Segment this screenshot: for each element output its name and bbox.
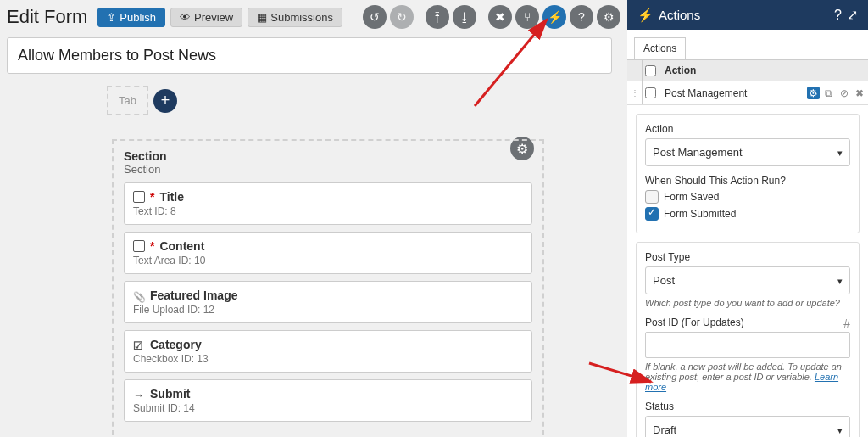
panel-help-icon[interactable]: ? — [834, 8, 842, 23]
field-submit[interactable]: Submit Submit ID: 14 — [124, 379, 532, 422]
gear-icon: ⚙ — [604, 10, 615, 24]
section-sub: Section — [124, 163, 532, 176]
wrench-icon: ✖ — [495, 10, 505, 24]
export-icon: ⭱ — [431, 10, 443, 24]
caret-icon — [837, 274, 843, 287]
when-submitted-row[interactable]: Form Submitted — [645, 207, 850, 221]
hash-icon: # — [843, 317, 850, 330]
misc-group: ✖ ⑂ ⚡ ? ⚙ — [488, 5, 620, 29]
select-all-checkbox[interactable] — [645, 65, 656, 76]
section-box: Section Section * Title Text ID: 8 * Con… — [112, 139, 544, 437]
actions-table-header: Action — [627, 59, 868, 81]
post-type-hint: Which post type do you want to add or up… — [645, 298, 850, 308]
action-row[interactable]: ⋮ Post Management ⚙ ⧉ ⊘ ✖ — [627, 81, 868, 105]
table-icon: ▦ — [257, 11, 267, 24]
textarea-icon — [133, 240, 145, 252]
checkbox-saved[interactable] — [645, 190, 659, 204]
checkbox-submitted[interactable] — [645, 207, 659, 221]
panel-body: Action Post Management When Should This … — [627, 105, 868, 437]
post-id-label: Post ID (For Updates) # — [645, 317, 850, 328]
help-icon: ? — [578, 10, 585, 24]
post-type-select[interactable]: Post — [645, 266, 850, 294]
history-group: ↺ ↻ — [363, 5, 414, 29]
preview-button[interactable]: 👁 Preview — [170, 8, 242, 27]
row-disable-icon[interactable]: ⊘ — [837, 87, 850, 99]
expand-icon[interactable]: ⤢ — [847, 7, 858, 23]
bolt-icon: ⚡ — [637, 8, 654, 23]
actions-panel: ⚡ Actions ? ⤢ Actions Action ⋮ Post Mana… — [627, 0, 868, 437]
caret-icon — [837, 423, 843, 436]
row-checkbox[interactable] — [645, 87, 656, 98]
when-run: When Should This Action Run? Form Saved … — [645, 175, 850, 221]
canvas: ⚙ Section Section * Title Text ID: 8 * C… — [12, 139, 620, 437]
action-label: Action — [645, 123, 850, 135]
submit-icon — [133, 388, 145, 400]
post-id-hint: If blank, a new post will be added. To u… — [645, 361, 850, 392]
drag-handle-icon[interactable]: ⋮ — [627, 81, 643, 104]
field-content[interactable]: * Content Text Area ID: 10 — [124, 232, 532, 274]
field-title[interactable]: * Title Text ID: 8 — [124, 182, 532, 225]
status-select[interactable]: Draft — [645, 416, 850, 437]
field-featured-image[interactable]: Featured Image File Upload ID: 12 — [124, 281, 532, 323]
help-button[interactable]: ? — [570, 5, 593, 29]
upload-icon: ⇪ — [107, 11, 116, 24]
page-title: Edit Form — [7, 6, 87, 28]
post-id-input[interactable] — [645, 332, 850, 358]
topbar: Edit Form ⇪ Publish 👁 Preview ▦ Submissi… — [7, 5, 620, 29]
logic-button[interactable]: ⑂ — [515, 5, 539, 29]
row-settings-icon[interactable]: ⚙ — [807, 87, 820, 99]
bolt-icon: ⚡ — [548, 10, 562, 24]
required-star: * — [150, 190, 154, 204]
undo-icon: ↺ — [370, 10, 380, 24]
required-star: * — [150, 239, 154, 253]
settings-button[interactable]: ⚙ — [597, 5, 620, 29]
tab-placeholder[interactable]: Tab — [107, 86, 148, 115]
row-delete-icon[interactable]: ✖ — [853, 87, 865, 99]
checkbox-icon — [133, 339, 145, 350]
post-config: Post Type Post Which post type do you wa… — [636, 242, 860, 437]
form-title-input[interactable] — [7, 37, 612, 74]
tab-actions[interactable]: Actions — [634, 37, 686, 59]
clip-icon — [133, 289, 145, 301]
publish-button[interactable]: ⇪ Publish — [97, 8, 165, 27]
panel-tabs: Actions — [627, 30, 868, 59]
export-button[interactable]: ⭱ — [426, 5, 449, 29]
redo-icon: ↻ — [397, 10, 407, 24]
tabs-row: Tab + — [107, 86, 620, 115]
text-icon — [133, 191, 145, 203]
submissions-button[interactable]: ▦ Submissions — [248, 8, 342, 27]
panel-header: ⚡ Actions ? ⤢ — [627, 0, 868, 30]
actions-button[interactable]: ⚡ — [542, 5, 566, 29]
branch-icon: ⑂ — [524, 10, 531, 24]
caret-icon — [837, 146, 843, 159]
when-saved-row[interactable]: Form Saved — [645, 190, 850, 204]
eye-icon: 👁 — [180, 11, 191, 24]
tools-button[interactable]: ✖ — [488, 5, 512, 29]
post-type-label: Post Type — [645, 251, 850, 263]
row-duplicate-icon[interactable]: ⧉ — [822, 87, 835, 99]
import-icon: ⭳ — [459, 10, 470, 24]
import-button[interactable]: ⭳ — [453, 5, 476, 29]
action-select[interactable]: Post Management — [645, 138, 850, 166]
main-editor: Edit Form ⇪ Publish 👁 Preview ▦ Submissi… — [0, 0, 627, 437]
add-tab-button[interactable]: + — [153, 89, 177, 113]
section-heading: Section — [124, 149, 532, 163]
field-category[interactable]: Category Checkbox ID: 13 — [124, 330, 532, 373]
status-label: Status — [645, 401, 850, 412]
undo-button[interactable]: ↺ — [363, 5, 387, 29]
io-group: ⭱ ⭳ — [426, 5, 476, 29]
redo-button[interactable]: ↻ — [390, 5, 414, 29]
action-config: Action Post Management When Should This … — [636, 114, 860, 233]
